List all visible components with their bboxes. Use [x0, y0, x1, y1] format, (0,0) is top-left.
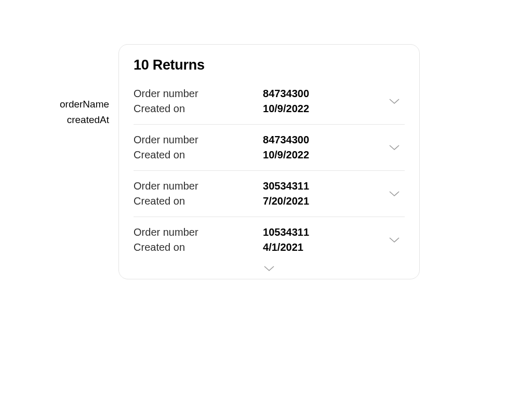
list-item: Order number 84734300 Created on 10/9/20… [134, 88, 405, 125]
slot-label-createdat: createdAt [67, 114, 109, 126]
order-number-label: Order number [134, 226, 250, 238]
list-item: Order number 10534311 Created on 4/1/202… [134, 217, 405, 263]
order-number-value: 30534311 [263, 180, 380, 192]
order-number-label: Order number [134, 180, 250, 192]
created-on-value: 4/1/2021 [263, 241, 380, 253]
order-number-value: 84734300 [263, 88, 380, 100]
order-number-value: 10534311 [263, 226, 380, 238]
list-item-content: Order number 84734300 Created on 10/9/20… [134, 134, 380, 161]
layout-container: orderName createdAt 10 Returns Order num… [60, 44, 420, 279]
order-number-value: 84734300 [263, 134, 380, 146]
slot-labels: orderName createdAt [60, 99, 109, 126]
created-on-label: Created on [134, 241, 250, 253]
expand-button[interactable] [384, 145, 405, 151]
list-item: Order number 84734300 Created on 10/9/20… [134, 125, 405, 171]
returns-card: 10 Returns Order number 84734300 Created… [118, 44, 420, 279]
chevron-down-icon [389, 191, 400, 197]
created-on-label: Created on [134, 103, 250, 115]
chevron-down-icon [389, 145, 400, 151]
load-more-button[interactable] [134, 263, 405, 273]
list-item: Order number 30534311 Created on 7/20/20… [134, 171, 405, 217]
created-on-value: 10/9/2022 [263, 103, 380, 115]
order-number-label: Order number [134, 134, 250, 146]
expand-button[interactable] [384, 99, 405, 104]
returns-list: Order number 84734300 Created on 10/9/20… [134, 88, 405, 263]
list-item-content: Order number 10534311 Created on 4/1/202… [134, 226, 380, 253]
order-number-label: Order number [134, 88, 250, 100]
slot-label-ordername: orderName [60, 99, 109, 110]
chevron-down-icon [389, 237, 400, 243]
expand-button[interactable] [384, 237, 405, 243]
expand-button[interactable] [384, 191, 405, 197]
created-on-value: 10/9/2022 [263, 149, 380, 161]
list-item-content: Order number 30534311 Created on 7/20/20… [134, 180, 380, 207]
created-on-label: Created on [134, 195, 250, 207]
created-on-label: Created on [134, 149, 250, 161]
list-item-content: Order number 84734300 Created on 10/9/20… [134, 88, 380, 115]
card-title: 10 Returns [134, 57, 405, 73]
chevron-down-icon [264, 266, 274, 272]
chevron-down-icon [389, 99, 400, 104]
created-on-value: 7/20/2021 [263, 195, 380, 207]
